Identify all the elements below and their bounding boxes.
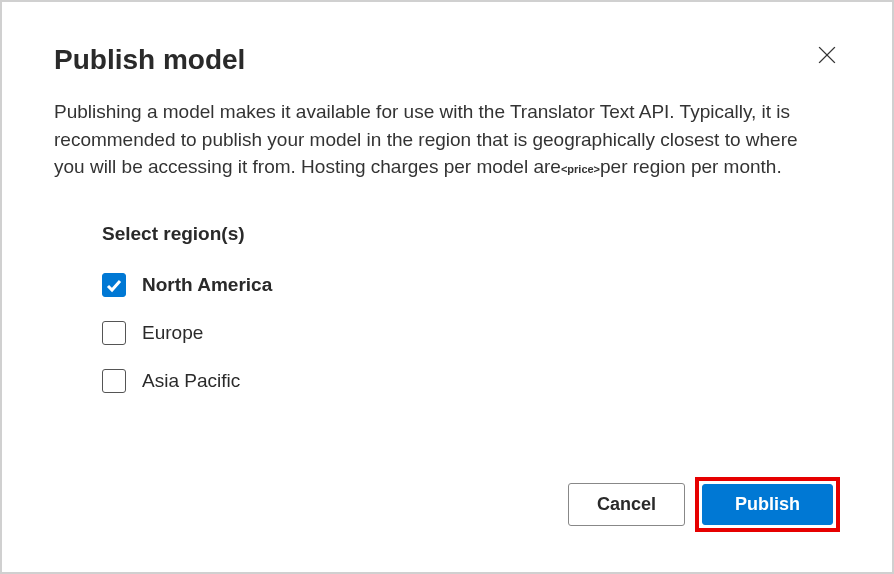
dialog-description: Publishing a model makes it available fo… (54, 98, 814, 181)
regions-heading: Select region(s) (102, 223, 840, 245)
regions-section: Select region(s) North America Europe As… (102, 223, 840, 393)
region-label: North America (142, 274, 272, 296)
close-button[interactable] (814, 42, 840, 71)
price-placeholder: <price> (561, 163, 600, 175)
region-label: Asia Pacific (142, 370, 240, 392)
region-label: Europe (142, 322, 203, 344)
close-icon (818, 46, 836, 64)
region-option-europe[interactable]: Europe (102, 321, 840, 345)
publish-button[interactable]: Publish (702, 484, 833, 525)
region-option-north-america[interactable]: North America (102, 273, 840, 297)
publish-button-highlight: Publish (695, 477, 840, 532)
dialog-buttons: Cancel Publish (568, 477, 840, 532)
checkmark-icon (106, 277, 122, 293)
dialog-title: Publish model (54, 44, 245, 76)
publish-model-dialog: Publish model Publishing a model makes i… (2, 2, 892, 572)
checkbox-europe[interactable] (102, 321, 126, 345)
region-option-asia-pacific[interactable]: Asia Pacific (102, 369, 840, 393)
cancel-button[interactable]: Cancel (568, 483, 685, 526)
checkbox-asia-pacific[interactable] (102, 369, 126, 393)
checkbox-north-america[interactable] (102, 273, 126, 297)
